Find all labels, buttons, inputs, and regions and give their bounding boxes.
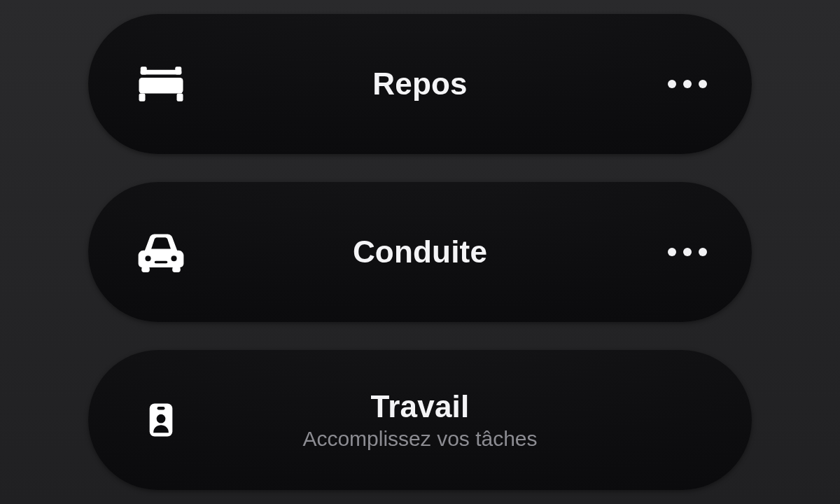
focus-mode-work-subtitle: Accomplissez vos tâches bbox=[302, 427, 537, 451]
svg-rect-12 bbox=[158, 407, 165, 410]
svg-rect-3 bbox=[139, 78, 183, 94]
more-button[interactable] bbox=[668, 80, 707, 88]
svg-rect-9 bbox=[141, 267, 150, 272]
focus-mode-driving-labels: Conduite bbox=[353, 234, 487, 270]
svg-point-6 bbox=[145, 255, 150, 261]
svg-point-13 bbox=[157, 414, 166, 424]
focus-mode-sleep[interactable]: Repos bbox=[88, 14, 752, 154]
svg-rect-5 bbox=[177, 94, 183, 102]
more-dot bbox=[668, 80, 676, 88]
more-dot bbox=[668, 248, 676, 256]
more-dot bbox=[683, 80, 692, 88]
focus-mode-work-title: Travail bbox=[371, 389, 470, 424]
more-dot bbox=[699, 248, 707, 256]
focus-mode-sleep-labels: Repos bbox=[372, 66, 467, 102]
focus-mode-driving-title: Conduite bbox=[353, 234, 487, 270]
focus-mode-driving[interactable]: Conduite bbox=[88, 182, 752, 322]
more-dot bbox=[683, 248, 692, 256]
more-button[interactable] bbox=[668, 248, 707, 256]
car-icon bbox=[133, 224, 189, 280]
id-badge-icon bbox=[133, 392, 189, 448]
focus-mode-work[interactable]: Travail Accomplissez vos tâches bbox=[88, 350, 752, 490]
svg-point-7 bbox=[171, 255, 176, 261]
svg-rect-4 bbox=[139, 94, 146, 102]
svg-rect-10 bbox=[172, 267, 181, 272]
more-dot bbox=[699, 80, 707, 88]
svg-rect-2 bbox=[141, 70, 182, 75]
focus-mode-work-labels: Travail Accomplissez vos tâches bbox=[302, 389, 537, 451]
svg-rect-8 bbox=[155, 261, 168, 263]
focus-mode-sleep-title: Repos bbox=[372, 66, 467, 102]
bed-icon bbox=[133, 56, 189, 112]
focus-mode-list: Repos Condu bbox=[0, 0, 840, 504]
